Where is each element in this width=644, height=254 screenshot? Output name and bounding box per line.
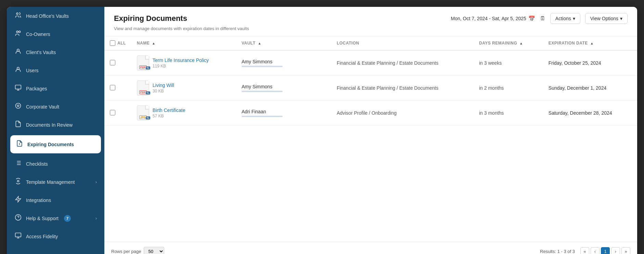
sidebar-item-label: Documents In Review [26,122,73,128]
doc-file-icon: PDF TL [137,80,149,96]
vault-cell: Amy Simmons [242,84,326,92]
page-title: Expiring Documents [114,14,187,23]
documents-in-review-icon [14,120,22,129]
sidebar-item-label: Access Fidelity [26,234,58,239]
row-0-location-cell: Financial & Estate Planning / Estate Doc… [331,50,474,76]
doc-name-text[interactable]: Term Life Insurance Policy [153,58,209,63]
th-location-label: LOCATION [337,41,359,46]
doc-size: 57 KB [153,114,185,118]
expiry-date-text: Sunday, December 1, 2024 [549,85,606,91]
th-location: LOCATION [331,36,474,50]
sidebar-item-packages[interactable]: Packages [7,79,104,98]
notification-badge: 7 [64,215,71,222]
users-icon [14,66,22,75]
checklists-icon [14,160,22,168]
pagination-next[interactable]: › [611,247,620,254]
date-range-text: Mon, Oct 7, 2024 - Sat, Apr 5, 2025 [451,16,526,21]
header-actions: Mon, Oct 7, 2024 - Sat, Apr 5, 2025 📅 🗓 … [451,13,628,24]
expiry-date-text: Saturday, December 28, 2024 [549,110,612,116]
rows-per-page-select[interactable]: 50 25 100 [144,247,164,254]
sidebar-item-label: Client's Vaults [26,50,56,55]
select-all-checkbox[interactable] [110,40,115,46]
help-support-icon [14,214,22,223]
vault-progress-bar [242,66,283,67]
row-2-checkbox[interactable] [110,110,115,115]
row-2-days-cell: in 3 months [474,101,543,126]
app-container: Head Office's VaultsCo-OwnersClient's Va… [7,7,637,254]
view-options-button[interactable]: View Options ▾ [585,13,628,24]
pagination-prev[interactable]: ‹ [591,247,600,254]
sidebar-item-expiring-documents[interactable]: Expiring Documents [10,135,101,153]
sidebar-item-help-support[interactable]: Help & Support7› [7,209,104,227]
pagination-page-1[interactable]: 1 [601,247,610,254]
row-1-vault-cell: Amy Simmons [236,76,331,101]
th-vault[interactable]: VAULT ▲ [236,36,331,50]
row-1-name-cell: PDF TL Living Will 30 KB [131,76,236,101]
th-days-remaining[interactable]: DAYS REMAINING ▲ [474,36,543,50]
row-0-expiry-cell: Friday, October 25, 2024 [543,50,637,76]
calendar-outline-icon[interactable]: 📅 [528,15,535,22]
doc-name-cell: JPG TL Birth Certificate 57 KB [137,105,231,120]
sidebar-item-corporate-vault[interactable]: Corporate Vault [7,98,104,116]
svg-point-10 [19,144,20,144]
table-body: PDF TL Term Life Insurance Policy 119 KB… [104,50,637,126]
vault-progress-bar [242,116,283,117]
pagination-last[interactable]: » [621,247,630,254]
doc-name-text[interactable]: Living Will [153,82,174,88]
row-0-vault-cell: Amy Simmons [236,50,331,76]
doc-name-info: Living Will 30 KB [153,82,174,93]
sidebar-item-integrations[interactable]: Integrations [7,191,104,209]
rows-per-page-control: Rows per page 50 25 100 [111,247,164,254]
table-row: PDF TL Term Life Insurance Policy 119 KB… [104,50,637,76]
pagination-first[interactable]: « [580,247,589,254]
svg-point-1 [16,31,18,33]
vault-name: Amy Simmons [242,59,326,64]
row-0-checkbox[interactable] [110,60,115,65]
results-text: Results: 1 - 3 of 3 [540,249,575,254]
actions-button[interactable]: Actions ▾ [550,13,580,24]
sidebar-item-template-management[interactable]: Template Management› [7,173,104,191]
th-expiry-label: EXPIRATION DATE [549,41,588,46]
main-content: Expiring Documents Mon, Oct 7, 2024 - Sa… [104,7,637,254]
sidebar-item-label: Corporate Vault [26,104,59,110]
integrations-icon [14,196,22,204]
table-row: JPG TL Birth Certificate 57 KB Adri Fina… [104,101,637,126]
sidebar-item-users[interactable]: Users [7,61,104,79]
doc-name-text[interactable]: Birth Certificate [153,107,185,113]
sidebar: Head Office's VaultsCo-OwnersClient's Va… [7,7,104,254]
actions-label: Actions [555,16,571,21]
table-footer: Rows per page 50 25 100 Results: 1 - 3 o… [104,242,637,254]
sidebar-item-label: Checklists [26,161,48,167]
sidebar-item-label: Co-Owners [26,31,50,37]
sidebar-item-checklists[interactable]: Checklists [7,155,104,173]
row-1-checkbox[interactable] [110,85,115,90]
svg-point-0 [16,13,18,14]
th-days-label: DAYS REMAINING [479,41,517,46]
svg-point-9 [16,103,21,109]
sidebar-item-documents-in-review[interactable]: Documents In Review [7,116,104,134]
documents-table-wrapper: ALL NAME ▲ VAULT ▲ LOCATION [104,36,637,242]
sidebar-item-access-fidelity[interactable]: Access Fidelity [7,227,104,245]
expand-arrow-icon: › [95,216,97,221]
row-2-checkbox-cell [104,101,131,126]
sidebar-item-label: Users [26,68,39,73]
vault-name: Adri Finaan [242,109,326,114]
sidebar-item-head-office-vaults[interactable]: Head Office's Vaults [7,7,104,25]
calendar-grid-icon[interactable]: 🗓 [540,15,545,22]
sidebar-item-co-owners[interactable]: Co-Owners [7,25,104,43]
svg-point-8 [17,105,19,107]
th-expiration-date[interactable]: EXPIRATION DATE ▲ [543,36,637,50]
th-name[interactable]: NAME ▲ [131,36,236,50]
view-options-chevron-icon: ▾ [620,16,622,21]
sidebar-item-clients-vaults[interactable]: Client's Vaults [7,43,104,61]
sidebar-item-label: Integrations [26,198,51,203]
th-name-label: NAME [137,41,150,46]
svg-point-2 [19,31,21,33]
rows-per-page-label: Rows per page [111,249,141,254]
packages-icon [14,84,22,93]
days-remaining-text: in 3 months [479,110,504,116]
head-office-vaults-icon [14,12,22,20]
vault-cell: Adri Finaan [242,109,326,117]
date-range: Mon, Oct 7, 2024 - Sat, Apr 5, 2025 📅 [451,15,535,22]
access-fidelity-icon [14,232,22,241]
